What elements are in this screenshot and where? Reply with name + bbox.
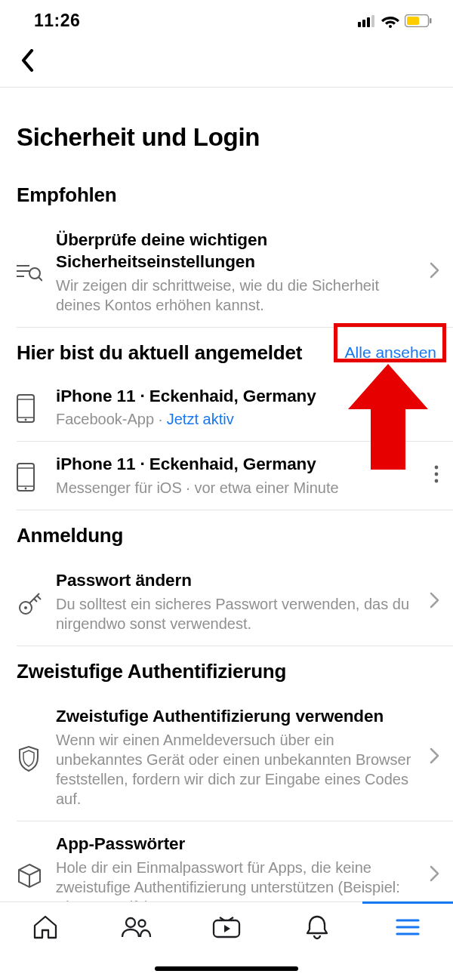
phone-icon [17, 460, 48, 492]
svg-point-20 [25, 488, 27, 490]
svg-point-23 [435, 479, 439, 483]
status-time: 11:26 [34, 11, 80, 31]
svg-point-11 [29, 268, 40, 279]
chevron-right-icon [424, 747, 439, 767]
change-password-item[interactable]: Passwort ändern Du solltest ein sicheres… [0, 558, 453, 646]
menu-icon [396, 918, 420, 936]
svg-point-4 [389, 25, 392, 28]
svg-line-28 [34, 599, 37, 602]
divider [0, 87, 453, 88]
battery-icon [405, 14, 432, 27]
svg-point-21 [435, 466, 439, 470]
item-title: Zweistufige Authentifizierung verwenden [56, 706, 424, 728]
status-bar: 11:26 [0, 0, 453, 42]
tab-menu[interactable] [362, 902, 453, 952]
status-icons [358, 14, 432, 28]
svg-point-16 [25, 419, 27, 421]
section-sessions-header: Hier bist du aktuell angemeldet Alle ans… [0, 328, 453, 378]
svg-rect-1 [362, 20, 365, 27]
app-passwords-item[interactable]: App-Passwörter Hole dir ein Einmalpasswo… [0, 821, 453, 901]
cellular-icon [358, 15, 376, 27]
item-sub: Du solltest ein sicheres Passwort verwen… [56, 594, 424, 633]
twofa-use-item[interactable]: Zweistufige Authentifizierung verwenden … [0, 694, 453, 821]
shield-icon [17, 742, 48, 772]
item-title: App-Passwörter [56, 834, 424, 855]
tab-friends[interactable] [91, 902, 181, 952]
session-sub: Messenger für iOS · vor etwa einer Minut… [56, 478, 427, 498]
item-sub: Hole dir ein Einmalpasswort für Apps, di… [56, 858, 424, 901]
wifi-icon [381, 14, 399, 28]
tab-watch[interactable] [181, 902, 272, 952]
phone-icon [17, 391, 48, 423]
svg-point-31 [139, 920, 146, 927]
home-icon [32, 914, 59, 940]
scroll-area: Sicherheit und Login Empfohlen Überprüfe… [0, 109, 453, 901]
svg-line-12 [39, 277, 42, 281]
svg-point-30 [126, 918, 135, 927]
bottom-tabbar [0, 901, 453, 980]
item-title: Überprüfe deine wichtigen Sicherheitsein… [56, 230, 424, 273]
item-title: Passwort ändern [56, 570, 424, 592]
session-sub: Facebook-App · Jetzt aktiv [56, 409, 439, 429]
item-sub: Wenn wir einen Anmeldeversuch über ein u… [56, 730, 424, 809]
session-item-1[interactable]: iPhone 11 · Eckenhaid, Germany Messenger… [0, 442, 453, 510]
tab-notifications[interactable] [272, 902, 362, 952]
svg-point-25 [24, 606, 27, 609]
svg-rect-2 [367, 17, 370, 27]
session-title: iPhone 11 · Eckenhaid, Germany [56, 386, 439, 408]
svg-rect-6 [407, 17, 419, 25]
cube-icon [17, 860, 48, 890]
bell-icon [305, 914, 329, 940]
section-twofa-header: Zweistufige Authentifizierung [0, 646, 453, 694]
section-login-header: Anmeldung [0, 510, 453, 558]
svg-line-27 [37, 596, 41, 599]
more-icon[interactable] [427, 464, 439, 487]
page-title: Sicherheit und Login [0, 109, 453, 173]
watch-icon [212, 916, 241, 938]
svg-rect-7 [430, 18, 432, 23]
svg-point-22 [435, 473, 439, 476]
nav-back[interactable] [0, 42, 453, 87]
session-title: iPhone 11 · Eckenhaid, Germany [56, 454, 427, 476]
home-indicator [155, 966, 298, 971]
see-all-link[interactable]: Alle ansehen [345, 344, 436, 362]
friends-icon [120, 916, 152, 938]
svg-line-26 [29, 593, 39, 603]
recommended-item[interactable]: Überprüfe deine wichtigen Sicherheitsein… [0, 217, 453, 327]
search-list-icon [17, 260, 48, 284]
tab-home[interactable] [0, 902, 91, 952]
session-item-0[interactable]: iPhone 11 · Eckenhaid, Germany Facebook-… [0, 378, 453, 442]
section-title: Empfohlen [17, 183, 117, 207]
section-title: Zweistufige Authentifizierung [17, 660, 286, 683]
section-title: Hier bist du aktuell angemeldet [17, 341, 302, 365]
item-sub: Wir zeigen dir schrittweise, wie du die … [56, 276, 424, 315]
chevron-right-icon [424, 592, 439, 612]
section-title: Anmeldung [17, 524, 123, 547]
svg-rect-0 [358, 22, 361, 27]
svg-rect-3 [371, 15, 374, 27]
chevron-left-icon [21, 49, 34, 72]
key-icon [17, 587, 48, 617]
chevron-right-icon [424, 262, 439, 282]
chevron-right-icon [424, 865, 439, 885]
section-recommended-header: Empfohlen [0, 173, 453, 217]
